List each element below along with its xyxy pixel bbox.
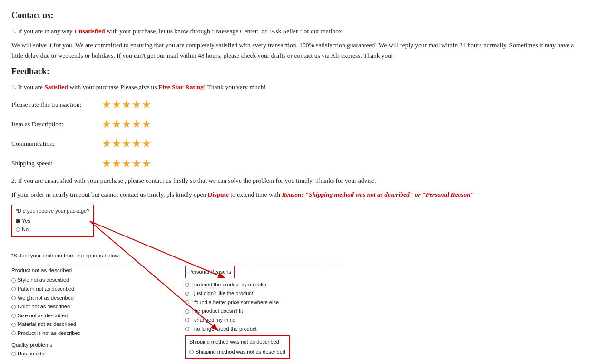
star-s3: ★ <box>122 155 131 172</box>
feedback-point1-post: ! Thank you very much! <box>204 83 266 90</box>
shipping-box-item: Shipping method was not as described <box>196 348 285 356</box>
rating-label-transaction: Please rate this transaction: <box>11 99 102 110</box>
feedback-point1-mid: with your purchase Please give us <box>68 83 158 90</box>
star-c5: ★ <box>142 135 151 152</box>
problem-radio[interactable] <box>11 305 16 309</box>
star-d3: ★ <box>122 116 131 132</box>
star-c1: ★ <box>102 135 111 152</box>
dispute-reason: Reason: "Shipping method was not as desc… <box>282 191 474 198</box>
package-question-text: *Did you receive your package? <box>16 207 89 216</box>
contact-point1: 1. If you are in any way Unsatisfied wit… <box>11 26 586 37</box>
select-problem-prompt: *Select your problem from the options be… <box>11 251 344 260</box>
star-d5: ★ <box>142 116 151 132</box>
product-not-described-heading: Product not as described <box>11 266 171 275</box>
left-problem-item: Material not as described <box>11 320 171 329</box>
star-1: ★ <box>102 96 111 113</box>
right-problems-col: Personal Reasons I ordered the product b… <box>185 266 344 359</box>
stars-description: ★ ★ ★ ★ ★ <box>102 116 151 132</box>
personal-reasons-heading: Personal Reasons <box>188 269 231 275</box>
left-problem-list: Style not as describedPattern not as des… <box>11 276 171 337</box>
left-problem-item: Color not as described <box>11 303 171 311</box>
contact-point1-pre: 1. If you are in any way <box>11 28 74 35</box>
left-problem-item: Size not as described <box>11 312 171 320</box>
feedback-section: Feedback: 1. If you are Satisfied with y… <box>11 65 586 172</box>
yes-option: Yes <box>16 217 89 226</box>
stars-shipping: ★ ★ ★ ★ ★ <box>102 155 151 172</box>
no-radio[interactable] <box>16 227 20 232</box>
stars-transaction: ★ ★ ★ ★ ★ <box>102 96 151 113</box>
left-problem-item: Weight not as described <box>11 294 171 303</box>
dispute-word: Dispute <box>208 191 229 198</box>
shipping-radio-row: Shipping method was not as described <box>189 348 285 356</box>
yes-label: Yes <box>22 217 30 226</box>
dispute-pre: If your order in nearly timeout but cann… <box>11 191 208 198</box>
star-c2: ★ <box>112 135 121 152</box>
personal-reasons-list: I ordered the product by mistakeI just d… <box>185 281 344 334</box>
personal-radio[interactable] <box>185 327 189 331</box>
star-4: ★ <box>132 96 141 113</box>
problem-radio[interactable] <box>11 296 16 300</box>
personal-radio[interactable] <box>185 318 189 322</box>
problem-radio[interactable] <box>11 331 16 335</box>
screenshot-area: *Did you receive your package? Yes No *S… <box>11 205 344 359</box>
problem-radio[interactable] <box>11 287 16 291</box>
problem-radio[interactable] <box>11 323 16 327</box>
contact-point1-post: with your purchase, let us know through … <box>105 28 343 35</box>
star-d1: ★ <box>102 116 111 132</box>
problem-radio[interactable] <box>11 278 16 283</box>
star-s4: ★ <box>132 155 141 172</box>
personal-radio[interactable] <box>185 283 189 287</box>
contact-heading: Contact us: <box>11 9 586 22</box>
contact-para1: We will solve it for you. We are committ… <box>11 40 586 60</box>
star-c3: ★ <box>122 135 131 152</box>
dispute-mid: to extend time with <box>229 191 282 198</box>
personal-radio[interactable] <box>185 309 189 314</box>
unsatisfied-section: 2. If you are unsatisfied with your purc… <box>11 176 586 200</box>
personal-reasons-box: Personal Reasons <box>185 266 235 278</box>
rating-label-description: Item as Description: <box>11 119 102 129</box>
left-problem-item: Style not as described <box>11 276 171 285</box>
personal-reason-item: I just didn't like the product <box>185 289 344 298</box>
quality-radio[interactable] <box>11 352 16 356</box>
shipping-radio[interactable] <box>189 350 194 354</box>
no-option: No <box>16 226 89 234</box>
feedback-five-star: Five Star Rating <box>158 83 204 90</box>
quality-problems-heading: Quality problems <box>11 341 171 349</box>
left-problem-item: Product is not as described <box>11 329 171 338</box>
quality-item: Has an odor <box>11 350 171 358</box>
star-s2: ★ <box>112 155 121 172</box>
left-problems-col: Product not as described Style not as de… <box>11 266 171 359</box>
personal-reason-item: I no longer need the product <box>185 325 344 334</box>
rating-label-communication: Communication: <box>11 138 102 149</box>
contact-section: Contact us: 1. If you are in any way Uns… <box>11 9 586 61</box>
feedback-point1-pre: 1. If you are <box>11 83 44 90</box>
rating-row-shipping: Shipping speed: ★ ★ ★ ★ ★ <box>11 155 586 172</box>
personal-reason-item: I ordered the product by mistake <box>185 281 344 289</box>
star-s1: ★ <box>102 155 111 172</box>
unsatisfied-point2: 2. If you are unsatisfied with your purc… <box>11 176 586 186</box>
package-question-box: *Did you receive your package? Yes No <box>11 205 94 237</box>
quality-problem-list: Has an odor <box>11 350 171 358</box>
yes-radio[interactable] <box>16 219 20 223</box>
personal-radio[interactable] <box>185 292 189 296</box>
personal-reason-item: I found a better price somewhere else <box>185 298 344 307</box>
star-c4: ★ <box>132 135 141 152</box>
rating-row-transaction: Please rate this transaction: ★ ★ ★ ★ ★ <box>11 96 586 113</box>
no-label: No <box>22 226 29 234</box>
personal-radio[interactable] <box>185 300 189 305</box>
star-3: ★ <box>122 96 131 113</box>
contact-unsatisfied: Unsatisfied <box>74 28 105 35</box>
star-2: ★ <box>112 96 121 113</box>
problem-radio[interactable] <box>11 314 16 318</box>
feedback-satisfied: Satisfied <box>44 83 68 90</box>
shipping-box-heading: Shipping method was not as described <box>189 338 285 346</box>
personal-reason-item: I changed my mind <box>185 316 344 325</box>
rating-row-communication: Communication: ★ ★ ★ ★ ★ <box>11 135 586 152</box>
rating-row-description: Item as Description: ★ ★ ★ ★ ★ <box>11 116 586 132</box>
star-s5: ★ <box>142 155 151 172</box>
feedback-heading: Feedback: <box>11 65 586 79</box>
rating-label-shipping: Shipping speed: <box>11 158 102 168</box>
personal-reason-item: The product doesn't fit <box>185 307 344 315</box>
feedback-point1: 1. If you are Satisfied with your purcha… <box>11 82 586 92</box>
shipping-method-box: Shipping method was not as described Shi… <box>185 335 290 359</box>
